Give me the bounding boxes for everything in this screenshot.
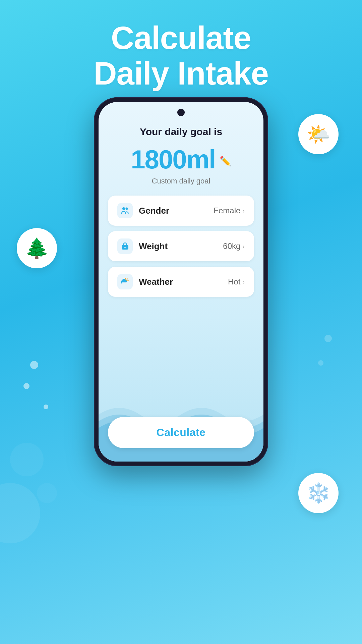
gender-row[interactable]: Gender Female ›: [108, 196, 254, 226]
options-list: Gender Female ›: [99, 196, 263, 297]
gender-label: Gender: [139, 206, 207, 216]
weight-value: 60kg ›: [223, 241, 245, 251]
weather-label: Weather: [139, 277, 222, 287]
calculate-button[interactable]: Calculate: [108, 417, 254, 448]
phone-camera: [177, 109, 185, 116]
snowflake-icon: ❄️: [298, 473, 339, 513]
svg-line-8: [127, 279, 127, 279]
phone-mockup: Your daily goal is 1800ml ✏️ Custom dail…: [94, 97, 268, 466]
weather-row[interactable]: Weather Hot ›: [108, 267, 254, 297]
sun-icon: 🌤️: [298, 114, 339, 154]
goal-sub-label: Custom daily goal: [152, 177, 210, 185]
gender-value: Female ›: [214, 206, 245, 215]
calculate-button-wrap: Calculate: [108, 417, 254, 448]
weather-value: Hot ›: [228, 277, 245, 286]
goal-label: Your daily goal is: [140, 126, 222, 138]
gender-icon: [117, 203, 133, 218]
svg-point-1: [126, 208, 128, 210]
weight-label: Weight: [139, 241, 217, 252]
weather-icon: [117, 274, 133, 289]
tree-icon: 🌲: [17, 228, 57, 268]
edit-icon[interactable]: ✏️: [220, 156, 231, 167]
page-title: Calculate Daily Intake: [0, 20, 362, 91]
weight-icon: [117, 238, 133, 254]
weight-row[interactable]: Weight 60kg ›: [108, 231, 254, 261]
goal-amount: 1800ml: [131, 144, 216, 175]
svg-point-0: [122, 207, 125, 210]
goal-section: Your daily goal is 1800ml ✏️ Custom dail…: [99, 116, 263, 192]
